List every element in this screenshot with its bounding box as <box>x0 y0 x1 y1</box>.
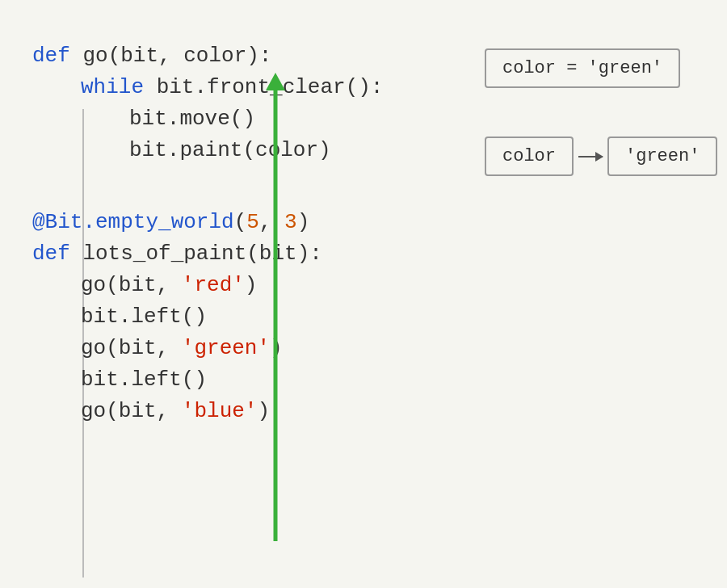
arrow-line <box>274 89 278 541</box>
string-green: 'green' <box>182 336 270 360</box>
code-panel: def go(bit, color): while bit.front_clea… <box>32 32 469 556</box>
box-color-assignment: color = 'green' <box>485 48 680 88</box>
code-line-9: go(bit, 'green') <box>32 333 469 364</box>
arrow-connector <box>574 156 607 158</box>
box1-text: color = 'green' <box>502 58 662 78</box>
box-color-value: 'green' <box>607 136 717 176</box>
right-arrow-icon <box>578 156 603 158</box>
section-gap <box>32 166 469 207</box>
decorator-params: ( <box>234 210 247 234</box>
code-line-11: go(bit, 'blue') <box>32 396 469 427</box>
box2b-text: 'green' <box>625 146 700 166</box>
close-1: ) <box>245 273 258 297</box>
bit-move: bit.move() <box>129 107 255 131</box>
func-name-go: go(bit, color): <box>82 44 271 68</box>
string-red: 'red' <box>182 273 245 297</box>
code-line-2: while bit.front_clear(): <box>32 72 469 103</box>
call-go-2: go(bit, <box>81 336 182 360</box>
paren-close: ) <box>297 210 310 234</box>
call-go-3: go(bit, <box>81 399 182 423</box>
close-3: ) <box>257 399 270 423</box>
string-blue: 'blue' <box>182 399 258 423</box>
num-3: 3 <box>284 210 297 234</box>
num-5: 5 <box>246 210 259 234</box>
code-line-6: def lots_of_paint(bit): <box>32 238 469 270</box>
keyword-while: while <box>81 75 144 99</box>
right-panel: color = 'green' color 'green' <box>469 32 711 556</box>
code-line-8: bit.left() <box>32 301 469 333</box>
arrow-head <box>266 73 285 90</box>
call-go-1: go(bit, <box>81 273 182 297</box>
bit-left-2: bit.left() <box>81 368 207 392</box>
func-lots: lots_of_paint(bit): <box>70 242 322 266</box>
bit-paint: bit.paint(color) <box>129 138 331 162</box>
code-line-3: bit.move() <box>32 103 469 135</box>
code-line-7: go(bit, 'red') <box>32 270 469 301</box>
code-block: def go(bit, color): while bit.front_clea… <box>32 40 469 427</box>
decorator: @Bit.empty_world <box>32 210 234 234</box>
box-color-label: color <box>485 136 574 176</box>
keyword-def-2: def <box>32 242 70 266</box>
box2a-text: color <box>502 146 556 166</box>
code-line-10: bit.left() <box>32 364 469 396</box>
box-pair-color-value: color 'green' <box>485 136 717 176</box>
code-line-4: bit.paint(color) <box>32 135 469 166</box>
code-line-1: def go(bit, color): <box>32 40 469 72</box>
main-container: def go(bit, color): while bit.front_clea… <box>0 0 727 588</box>
code-line-5: @Bit.empty_world(5, 3) <box>32 207 469 238</box>
keyword-def-1: def <box>32 44 70 68</box>
green-arrow <box>271 73 279 541</box>
bit-left-1: bit.left() <box>81 304 207 329</box>
